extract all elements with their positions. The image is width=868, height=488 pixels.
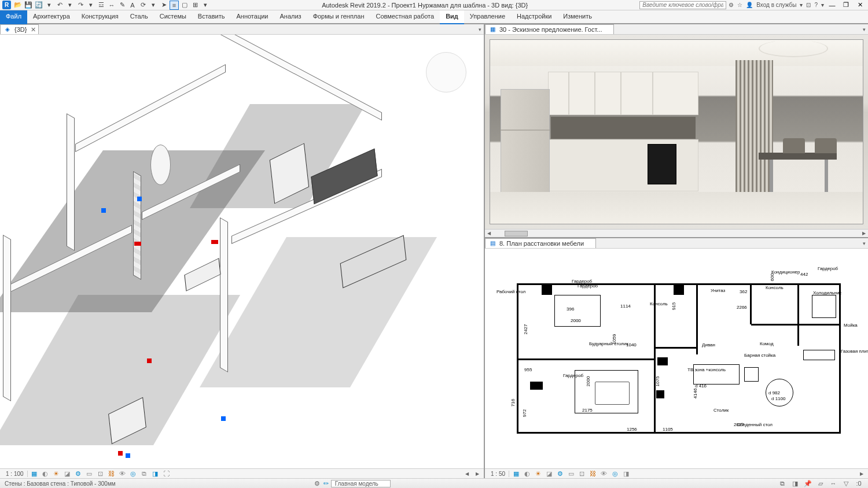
close-hidden-icon[interactable]: ▢ [180,1,189,10]
select-pinned-icon[interactable]: 📌 [803,479,812,487]
select-underlay-icon[interactable]: ◨ [790,479,800,487]
scrollbar-horizontal[interactable]: ◀ ▶ [485,229,868,237]
open-icon[interactable]: 📂 [13,1,23,10]
login-link[interactable]: Вход в службы [756,2,796,8]
join-icon[interactable]: ⧉ [140,469,149,478]
link-icon[interactable]: ⛓ [589,469,597,478]
tab-steel[interactable]: Сталь [124,10,154,24]
model-dropdown[interactable]: Главная модель [331,480,391,487]
forward-icon[interactable]: ➤ [159,1,168,10]
tab-massing[interactable]: Формы и генплан [307,10,370,24]
view-options-icon[interactable]: ▾ [860,241,868,246]
scroll-left-icon[interactable]: ◀ [463,471,471,476]
thin-lines-icon[interactable]: ≡ [170,1,179,10]
dropdown-icon[interactable]: ▾ [149,1,158,10]
tab-insert[interactable]: Вставить [192,10,231,24]
redo-icon[interactable]: ↷ [76,1,85,10]
tab-architecture[interactable]: Архитектура [27,10,76,24]
scroll-right-icon[interactable]: ▶ [473,471,481,476]
view-options-icon[interactable]: ▾ [476,27,484,32]
hide-crop-icon[interactable]: ⊡ [96,469,105,478]
hide-crop-icon[interactable]: ⊡ [578,469,586,478]
view-tab-render[interactable]: ▦ 30 - Эскизное предложение. Гост... [485,24,614,34]
tab-file[interactable]: Файл [0,10,27,24]
sun-path-icon[interactable]: ☀ [52,469,61,478]
tab-analyze[interactable]: Анализ [274,10,307,24]
close-icon[interactable]: ✕ [31,26,36,34]
dropdown-icon[interactable]: ▾ [800,2,803,8]
tab-view[interactable]: Вид [440,10,464,24]
favorite-icon[interactable]: ☆ [737,2,742,8]
close-button[interactable]: ✕ [854,1,866,10]
undo-icon[interactable]: ↶ [55,1,64,10]
scale-indicator[interactable]: 1 : 100 [2,471,28,477]
scroll-left-icon[interactable]: ◀ [485,231,493,236]
scroll-thumb[interactable] [505,231,528,236]
reveal-icon[interactable]: ◎ [129,469,138,478]
temp-hide-icon[interactable]: 👁 [599,469,608,478]
shadows-icon[interactable]: ◪ [545,469,553,478]
detail-level-icon[interactable]: ▦ [512,469,520,478]
render-icon[interactable]: ⚙ [556,469,564,478]
switch-windows-icon[interactable]: ⊞ [190,1,200,10]
unlock-icon[interactable]: ⛓ [107,469,116,478]
print-icon[interactable]: ☲ [97,1,106,10]
worksharing-icon[interactable]: ⚙ [312,479,322,487]
editable-icon[interactable]: ✏ [322,479,331,487]
tab-structure[interactable]: Конструкция [76,10,124,24]
scroll-right-icon[interactable]: ▶ [860,231,868,236]
help-icon[interactable]: ? [814,2,818,8]
view-tab-plan[interactable]: ▤ 8. План расстановки мебели [485,238,596,248]
reveal-icon[interactable]: ◎ [610,469,619,478]
tab-annotate[interactable]: Аннотации [231,10,274,24]
drag-icon[interactable]: ↔ [829,479,838,487]
filter-icon[interactable]: ▽ [841,479,851,487]
user-icon[interactable]: 👤 [746,2,753,8]
dropdown-icon[interactable]: ▾ [45,1,54,10]
minimize-button[interactable]: — [826,1,838,10]
constraints-icon[interactable]: ◨ [151,469,160,478]
viewport-render[interactable] [485,35,868,229]
detail-level-icon[interactable]: ▦ [30,469,39,478]
tab-collaborate[interactable]: Совместная работа [370,10,440,24]
render-icon[interactable]: ⚙ [74,469,83,478]
viewport-plan[interactable]: Рабочий стол Гардероб Гардероб Будуарный… [485,249,868,468]
cycle-icon[interactable]: ⟳ [138,1,148,10]
dimension-icon[interactable]: ✎ [117,1,127,10]
tab-systems[interactable]: Системы [154,10,192,24]
temp-hide-icon[interactable]: 👁 [118,469,127,478]
restore-button[interactable]: ❐ [840,1,852,10]
scale-indicator[interactable]: 1 : 50 [487,471,509,477]
select-face-icon[interactable]: ▱ [816,479,825,487]
sync-icon[interactable]: 🔄 [34,1,43,10]
viewport-3d[interactable] [0,35,484,468]
tab-manage[interactable]: Управление [464,10,511,24]
sun-path-icon[interactable]: ☀ [534,469,542,478]
crop-icon[interactable]: ▭ [567,469,575,478]
dropdown-icon[interactable]: ▾ [86,1,95,10]
search-input[interactable] [639,1,726,9]
view-cube[interactable] [426,52,466,93]
tab-addins[interactable]: Надстройки [511,10,557,24]
crop-icon[interactable]: ▭ [85,469,94,478]
dropdown-icon[interactable]: ▾ [821,2,824,8]
view-tab-3d[interactable]: ◈ {3D} ✕ [0,24,39,34]
save-icon[interactable]: 💾 [24,1,33,10]
measure-icon[interactable]: ↔ [107,1,116,10]
render-canvas[interactable] [485,35,868,229]
tab-modify[interactable]: Изменить [557,10,598,24]
constraints-icon[interactable]: ◨ [621,469,630,478]
model-3d-canvas[interactable] [0,35,484,468]
select-links-icon[interactable]: ⧉ [778,479,787,487]
infocenter-icon[interactable]: ⚙ [729,2,734,8]
qat-dropdown-icon[interactable]: ▾ [201,1,210,10]
dropdown-icon[interactable]: ▾ [65,1,75,10]
view-options-icon[interactable]: ▾ [860,27,868,32]
selection-count-icon[interactable]: :0 [854,479,863,487]
floor-plan-canvas[interactable]: Рабочий стол Гардероб Гардероб Будуарный… [485,249,868,468]
visual-style-icon[interactable]: ◐ [41,469,50,478]
shadows-icon[interactable]: ◪ [63,469,72,478]
exchange-icon[interactable]: ⊡ [806,2,811,8]
text-icon[interactable]: A [128,1,137,10]
visual-style-icon[interactable]: ◐ [523,469,531,478]
